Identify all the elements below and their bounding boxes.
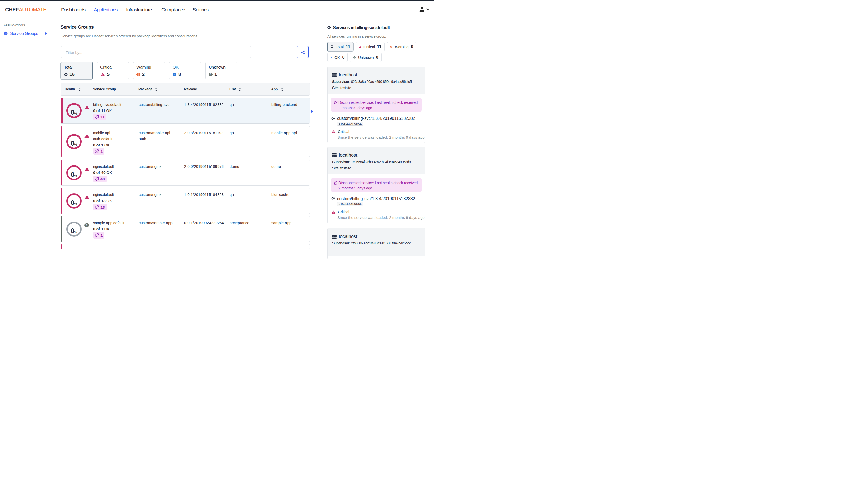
- svg-text:?: ?: [210, 73, 211, 76]
- svg-text:?: ?: [354, 56, 355, 58]
- svg-text:?: ?: [86, 224, 88, 227]
